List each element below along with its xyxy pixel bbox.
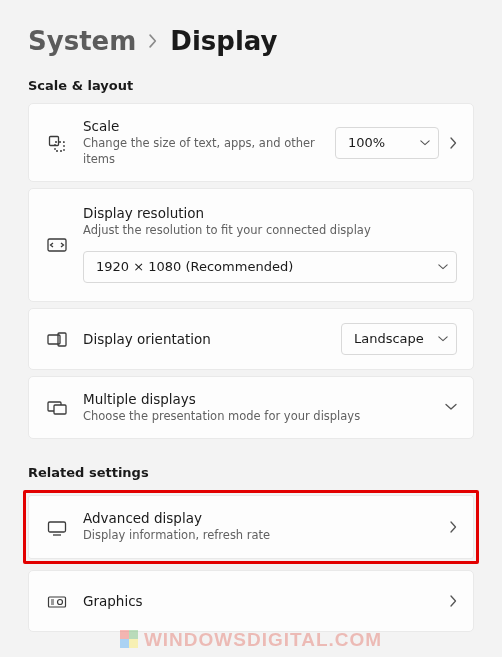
chevron-right-icon: [449, 521, 457, 533]
watermark-text: WINDOWSDIGITAL.COM: [144, 629, 382, 650]
scale-dropdown[interactable]: 100%: [335, 127, 439, 159]
section-heading-related: Related settings: [28, 465, 474, 480]
multiple-displays-title: Multiple displays: [83, 391, 431, 407]
setting-row-orientation: Display orientation Landscape: [28, 308, 474, 370]
orientation-icon: [45, 332, 69, 348]
setting-row-graphics[interactable]: Graphics: [28, 570, 474, 632]
resolution-dropdown[interactable]: 1920 × 1080 (Recommended): [83, 251, 457, 283]
windows-logo-icon: [120, 630, 138, 648]
svg-rect-6: [49, 522, 66, 532]
breadcrumb-parent[interactable]: System: [28, 26, 136, 56]
graphics-title: Graphics: [83, 593, 435, 609]
section-heading-scale-layout: Scale & layout: [28, 78, 474, 93]
svg-point-8: [58, 599, 63, 604]
setting-row-resolution: Display resolution Adjust the resolution…: [28, 188, 474, 302]
chevron-down-icon: [438, 262, 448, 272]
svg-rect-0: [50, 136, 59, 145]
chevron-down-icon: [438, 334, 448, 344]
multiple-displays-subtitle: Choose the presentation mode for your di…: [83, 409, 431, 425]
chevron-down-icon[interactable]: [445, 402, 457, 412]
setting-row-advanced-display[interactable]: Advanced display Display information, re…: [28, 495, 474, 559]
scale-icon: [45, 135, 69, 153]
orientation-dropdown-value: Landscape: [354, 331, 424, 346]
chevron-right-icon: [449, 595, 457, 607]
resolution-dropdown-value: 1920 × 1080 (Recommended): [96, 259, 293, 274]
resolution-title: Display resolution: [83, 205, 457, 221]
chevron-right-icon[interactable]: [449, 137, 457, 149]
breadcrumb-current: Display: [170, 26, 277, 56]
highlight-annotation: Advanced display Display information, re…: [23, 490, 479, 564]
setting-row-multiple-displays[interactable]: Multiple displays Choose the presentatio…: [28, 376, 474, 440]
orientation-title: Display orientation: [83, 331, 327, 347]
multiple-displays-icon: [45, 400, 69, 416]
scale-title: Scale: [83, 118, 321, 134]
resolution-subtitle: Adjust the resolution to fit your connec…: [83, 223, 457, 239]
breadcrumb: System Display: [28, 26, 474, 56]
graphics-icon: [45, 594, 69, 610]
chevron-right-icon: [148, 34, 158, 48]
monitor-icon: [45, 520, 69, 536]
chevron-down-icon: [420, 138, 430, 148]
advanced-display-title: Advanced display: [83, 510, 435, 526]
orientation-dropdown[interactable]: Landscape: [341, 323, 457, 355]
resolution-icon: [45, 237, 69, 253]
setting-row-scale[interactable]: Scale Change the size of text, apps, and…: [28, 103, 474, 182]
advanced-display-subtitle: Display information, refresh rate: [83, 528, 435, 544]
scale-subtitle: Change the size of text, apps, and other…: [83, 136, 321, 167]
svg-rect-5: [54, 405, 66, 414]
scale-dropdown-value: 100%: [348, 135, 385, 150]
